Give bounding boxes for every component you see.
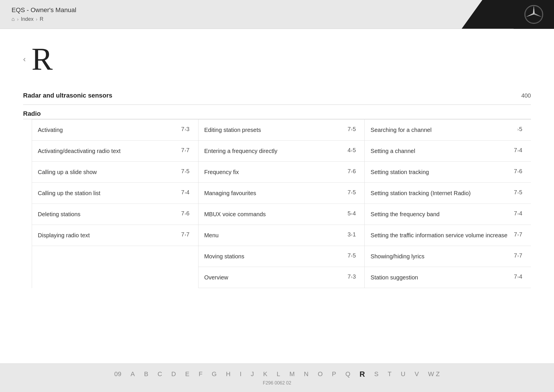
alpha-l[interactable]: L xyxy=(277,370,280,378)
alpha-j[interactable]: J xyxy=(251,370,254,378)
list-item: Editing station presets 7›5 xyxy=(199,119,365,141)
alpha-c[interactable]: C xyxy=(158,370,162,378)
list-item: MBUX voice commands 5›4 xyxy=(199,204,365,225)
alpha-f[interactable]: F xyxy=(199,370,202,378)
entry-page[interactable]: 7›5 xyxy=(347,126,356,132)
header-triangle xyxy=(462,0,514,29)
entry-text[interactable]: Deleting stations xyxy=(38,210,181,218)
entry-text[interactable]: Frequency fix xyxy=(204,168,348,176)
alpha-wz[interactable]: W Z xyxy=(428,370,440,378)
entry-page[interactable]: 7›5 xyxy=(347,189,356,196)
entry-page[interactable]: 3›1 xyxy=(347,231,356,238)
alpha-b[interactable]: B xyxy=(144,370,148,378)
entry-text[interactable]: Searching for a channel xyxy=(370,126,517,134)
entry-page[interactable]: 7›4 xyxy=(181,189,190,196)
entry-page[interactable]: 7›5 xyxy=(514,189,522,196)
list-item: Activating 7›3 xyxy=(32,119,198,141)
entry-text[interactable]: Showing/hiding lyrics xyxy=(370,252,514,260)
alpha-h[interactable]: H xyxy=(226,370,231,378)
alpha-p[interactable]: P xyxy=(332,370,336,378)
radar-page: 400 xyxy=(521,92,531,99)
footer: 09 A B C D E F G H I J K L M N O P Q R S… xyxy=(0,363,554,392)
entry-page[interactable]: 7›5 xyxy=(347,252,356,259)
header: EQS - Owner's Manual ⌂ › Index › R xyxy=(0,0,554,29)
list-item: Menu 3›1 xyxy=(199,225,365,246)
page-letter: R xyxy=(31,43,53,75)
list-item: Searching for a channel ›5 xyxy=(365,119,531,141)
entry-text[interactable]: Displaying radio text xyxy=(38,231,181,239)
entry-page[interactable]: 7›3 xyxy=(181,126,190,132)
entry-page[interactable]: 7›4 xyxy=(514,147,522,154)
entry-text[interactable]: MBUX voice commands xyxy=(204,210,348,218)
entry-text[interactable]: Overview xyxy=(204,273,348,281)
back-arrow-icon[interactable]: ‹ xyxy=(23,55,26,64)
breadcrumb-sep-1: › xyxy=(17,17,18,22)
alpha-o[interactable]: O xyxy=(318,370,323,378)
entry-page[interactable]: 7›3 xyxy=(347,273,356,280)
alpha-09[interactable]: 09 xyxy=(114,370,121,378)
list-item: Calling up a slide show 7›5 xyxy=(32,162,198,183)
entry-text[interactable]: Setting a channel xyxy=(370,147,514,155)
alpha-i[interactable]: I xyxy=(240,370,242,378)
alpha-d[interactable]: D xyxy=(171,370,176,378)
list-item: Entering a frequency directly 4›5 xyxy=(199,141,365,162)
entry-text[interactable]: Calling up the station list xyxy=(38,189,181,197)
alpha-m[interactable]: M xyxy=(289,370,295,378)
entry-text[interactable]: Editing station presets xyxy=(204,126,348,134)
main-content: ‹ R Radar and ultrasonic sensors 400 Rad… xyxy=(0,29,554,363)
header-left: EQS - Owner's Manual ⌂ › Index › R xyxy=(0,1,88,27)
alpha-u[interactable]: U xyxy=(401,370,405,378)
breadcrumb-current: R xyxy=(40,16,44,22)
alpha-a[interactable]: A xyxy=(131,370,135,378)
column-1: Activating 7›3 Activating/deactivating r… xyxy=(32,119,199,288)
entry-text[interactable]: Setting station tracking xyxy=(370,168,514,176)
alpha-e[interactable]: E xyxy=(185,370,190,378)
entry-text[interactable]: Menu xyxy=(204,231,348,239)
entry-page[interactable]: 7›7 xyxy=(514,252,522,259)
entry-text[interactable]: Station suggestion xyxy=(370,273,514,281)
entry-text[interactable]: Entering a frequency directly xyxy=(204,147,348,155)
breadcrumb-sep-2: › xyxy=(36,17,37,22)
list-item: Overview 7›3 xyxy=(199,267,365,288)
list-item: Displaying radio text 7›7 xyxy=(32,225,198,246)
breadcrumb-index[interactable]: Index xyxy=(21,16,33,22)
alpha-s[interactable]: S xyxy=(374,370,379,378)
entry-page[interactable]: 7›7 xyxy=(181,147,190,154)
entry-text[interactable]: Calling up a slide show xyxy=(38,168,181,176)
list-item: Frequency fix 7›6 xyxy=(199,162,365,183)
entry-page[interactable]: 7›6 xyxy=(347,168,356,175)
entry-page[interactable]: 7›7 xyxy=(514,231,522,238)
entry-text[interactable]: Moving stations xyxy=(204,252,348,260)
home-icon[interactable]: ⌂ xyxy=(12,16,15,22)
entry-page[interactable]: 7›7 xyxy=(181,231,190,238)
radar-page-num[interactable]: 400 xyxy=(521,92,531,99)
entry-page[interactable]: 7›6 xyxy=(181,210,190,217)
alpha-r-active[interactable]: R xyxy=(360,370,365,379)
list-item: Calling up the station list 7›4 xyxy=(32,183,198,204)
alpha-q[interactable]: Q xyxy=(345,370,350,378)
entry-page[interactable]: 7›5 xyxy=(181,168,190,175)
entry-text[interactable]: Setting station tracking (Internet Radio… xyxy=(370,189,514,197)
entry-text[interactable]: Activating xyxy=(38,126,181,134)
list-item: Setting station tracking (Internet Radio… xyxy=(365,183,531,204)
page-letter-row: ‹ R xyxy=(23,43,531,75)
alpha-v[interactable]: V xyxy=(415,370,419,378)
entry-page[interactable]: 5›4 xyxy=(347,210,356,217)
radio-section-label: Radio xyxy=(23,105,531,119)
entry-page[interactable]: 7›4 xyxy=(514,273,522,280)
alpha-n[interactable]: N xyxy=(304,370,308,378)
alpha-t[interactable]: T xyxy=(388,370,392,378)
alpha-g[interactable]: G xyxy=(212,370,217,378)
entry-page[interactable]: 7›6 xyxy=(514,168,522,175)
entry-text[interactable]: Setting the traffic information service … xyxy=(370,231,514,239)
list-item: Activating/deactivating radio text 7›7 xyxy=(32,141,198,162)
entry-page[interactable]: ›5 xyxy=(517,126,522,132)
list-item: Managing favourites 7›5 xyxy=(199,183,365,204)
entry-page[interactable]: 7›4 xyxy=(514,210,522,217)
entry-text[interactable]: Managing favourites xyxy=(204,189,348,197)
entry-text[interactable]: Activating/deactivating radio text xyxy=(38,147,181,155)
entry-page[interactable]: 4›5 xyxy=(347,147,356,154)
entry-text[interactable]: Setting the frequency band xyxy=(370,210,514,218)
alpha-k[interactable]: K xyxy=(263,370,267,378)
mercedes-logo xyxy=(514,0,554,29)
